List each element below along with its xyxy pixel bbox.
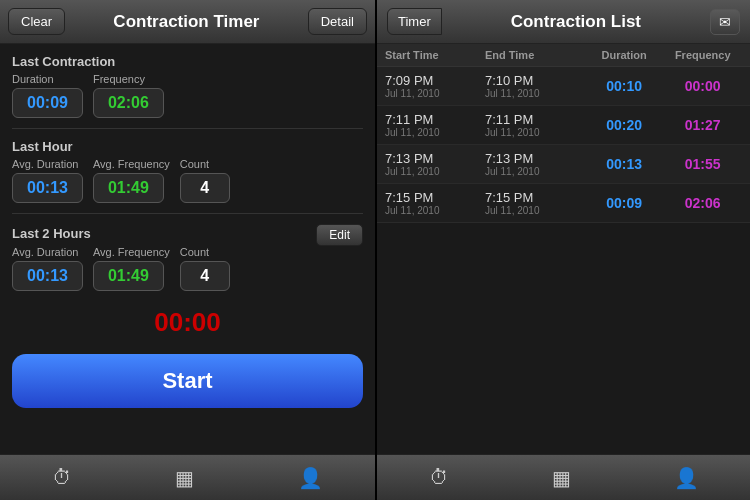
contraction-list: 7:09 PM Jul 11, 2010 7:10 PM Jul 11, 201… xyxy=(377,67,750,454)
lh-duration-group: Avg. Duration 00:13 xyxy=(12,158,83,203)
clear-button[interactable]: Clear xyxy=(8,8,65,35)
lh-frequency-group: Avg. Frequency 01:49 xyxy=(93,158,170,203)
lh-duration-value: 00:13 xyxy=(12,173,83,203)
last-contraction-section: Last Contraction Duration 00:09 Frequenc… xyxy=(12,54,363,118)
l2h-frequency-label: Avg. Frequency xyxy=(93,246,170,258)
last-2hours-header: Last 2 Hours Edit xyxy=(12,224,363,246)
mail-button[interactable]: ✉ xyxy=(710,9,740,35)
left-panel: Clear Contraction Timer Detail Last Cont… xyxy=(0,0,375,500)
list-item[interactable]: 7:15 PM Jul 11, 2010 7:15 PM Jul 11, 201… xyxy=(377,184,750,223)
row-start-time: 7:13 PM Jul 11, 2010 xyxy=(385,151,485,177)
l2h-count-group: Count 4 xyxy=(180,246,230,291)
timer-tab-button[interactable]: Timer xyxy=(387,8,442,35)
lh-frequency-label: Avg. Frequency xyxy=(93,158,170,170)
list-item[interactable]: 7:13 PM Jul 11, 2010 7:13 PM Jul 11, 201… xyxy=(377,145,750,184)
row-end-time: 7:11 PM Jul 11, 2010 xyxy=(485,112,585,138)
l2h-frequency-value: 01:49 xyxy=(93,261,164,291)
row-frequency: 01:27 xyxy=(663,117,742,133)
lh-duration-label: Avg. Duration xyxy=(12,158,78,170)
timer-display: 00:00 xyxy=(12,307,363,338)
l2h-duration-group: Avg. Duration 00:13 xyxy=(12,246,83,291)
l2h-count-label: Count xyxy=(180,246,209,258)
left-content: Last Contraction Duration 00:09 Frequenc… xyxy=(0,44,375,454)
lc-frequency-value: 02:06 xyxy=(93,88,164,118)
list-item[interactable]: 7:11 PM Jul 11, 2010 7:11 PM Jul 11, 201… xyxy=(377,106,750,145)
last-2hours-heading: Last 2 Hours xyxy=(12,226,91,241)
right-panel: Timer Contraction List ✉ Start Time End … xyxy=(377,0,750,500)
row-start-time: 7:15 PM Jul 11, 2010 xyxy=(385,190,485,216)
header-end-time: End Time xyxy=(485,49,585,61)
list-header: Start Time End Time Duration Frequency xyxy=(377,44,750,67)
start-button[interactable]: Start xyxy=(12,354,363,408)
left-tab-timer-icon[interactable]: ⏱ xyxy=(52,466,72,489)
row-start-time: 7:11 PM Jul 11, 2010 xyxy=(385,112,485,138)
lc-duration-value: 00:09 xyxy=(12,88,83,118)
detail-button[interactable]: Detail xyxy=(308,8,367,35)
left-bottom-tabs: ⏱ ▦ 👤 xyxy=(0,454,375,500)
left-tab-person-icon[interactable]: 👤 xyxy=(298,466,323,490)
row-duration: 00:10 xyxy=(585,78,664,94)
list-item[interactable]: 7:09 PM Jul 11, 2010 7:10 PM Jul 11, 201… xyxy=(377,67,750,106)
lh-count-label: Count xyxy=(180,158,209,170)
lh-frequency-value: 01:49 xyxy=(93,173,164,203)
lc-frequency-group: Frequency 02:06 xyxy=(93,73,164,118)
header-start-time: Start Time xyxy=(385,49,485,61)
row-duration: 00:09 xyxy=(585,195,664,211)
l2h-duration-label: Avg. Duration xyxy=(12,246,78,258)
last-2hours-section: Last 2 Hours Edit Avg. Duration 00:13 Av… xyxy=(12,224,363,291)
l2h-count-value: 4 xyxy=(180,261,230,291)
right-top-bar: Timer Contraction List ✉ xyxy=(377,0,750,44)
right-tab-person-icon[interactable]: 👤 xyxy=(674,466,699,490)
row-end-time: 7:15 PM Jul 11, 2010 xyxy=(485,190,585,216)
l2h-duration-value: 00:13 xyxy=(12,261,83,291)
row-frequency: 01:55 xyxy=(663,156,742,172)
row-end-time: 7:10 PM Jul 11, 2010 xyxy=(485,73,585,99)
left-tab-grid-icon[interactable]: ▦ xyxy=(175,466,194,490)
l2h-frequency-group: Avg. Frequency 01:49 xyxy=(93,246,170,291)
lc-duration-group: Duration 00:09 xyxy=(12,73,83,118)
last-hour-section: Last Hour Avg. Duration 00:13 Avg. Frequ… xyxy=(12,139,363,203)
row-frequency: 02:06 xyxy=(663,195,742,211)
row-duration: 00:20 xyxy=(585,117,664,133)
mail-icon: ✉ xyxy=(719,14,731,30)
right-tab-grid-icon[interactable]: ▦ xyxy=(552,466,571,490)
row-duration: 00:13 xyxy=(585,156,664,172)
lc-duration-label: Duration xyxy=(12,73,54,85)
row-start-time: 7:09 PM Jul 11, 2010 xyxy=(385,73,485,99)
right-title: Contraction List xyxy=(511,12,641,32)
lh-count-value: 4 xyxy=(180,173,230,203)
right-bottom-tabs: ⏱ ▦ 👤 xyxy=(377,454,750,500)
lc-frequency-label: Frequency xyxy=(93,73,145,85)
divider-2 xyxy=(12,213,363,214)
row-end-time: 7:13 PM Jul 11, 2010 xyxy=(485,151,585,177)
header-frequency: Frequency xyxy=(663,49,742,61)
left-top-bar: Clear Contraction Timer Detail xyxy=(0,0,375,44)
right-tab-timer-icon[interactable]: ⏱ xyxy=(429,466,449,489)
left-title: Contraction Timer xyxy=(113,12,259,32)
divider-1 xyxy=(12,128,363,129)
last-contraction-heading: Last Contraction xyxy=(12,54,363,69)
row-frequency: 00:00 xyxy=(663,78,742,94)
lh-count-group: Count 4 xyxy=(180,158,230,203)
edit-button[interactable]: Edit xyxy=(316,224,363,246)
last-hour-heading: Last Hour xyxy=(12,139,363,154)
header-duration: Duration xyxy=(585,49,664,61)
